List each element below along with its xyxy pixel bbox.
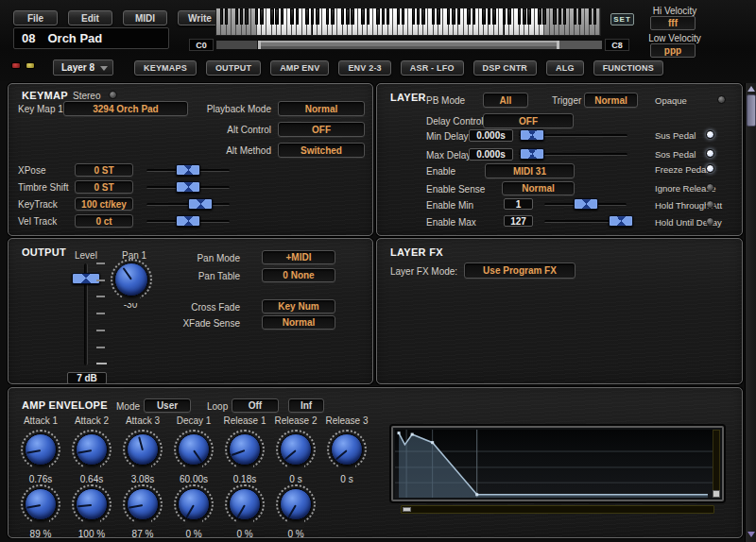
black-key[interactable] xyxy=(538,8,541,25)
slider-vel-track[interactable] xyxy=(146,220,230,223)
slider-value-xpose[interactable]: 0 ST xyxy=(75,163,133,177)
loop-off-button[interactable]: Off xyxy=(232,398,279,413)
envelope-plot[interactable] xyxy=(395,430,713,498)
black-key[interactable] xyxy=(275,8,279,25)
black-key[interactable] xyxy=(472,8,476,25)
tab-env-2-3[interactable]: ENV 2-3 xyxy=(338,60,390,76)
knob[interactable] xyxy=(71,483,112,525)
range-handle-high[interactable] xyxy=(557,41,559,49)
layerfx-mode-button[interactable]: Use Program FX xyxy=(464,263,576,279)
black-key[interactable] xyxy=(326,8,330,25)
black-key[interactable] xyxy=(376,8,380,25)
keyboard[interactable] xyxy=(215,8,601,36)
low-velocity-button[interactable]: ppp xyxy=(650,43,696,58)
black-key[interactable] xyxy=(361,8,365,25)
mode-button[interactable]: User xyxy=(144,398,191,413)
slider-value-vel-track[interactable]: 0 ct xyxy=(75,214,133,228)
enable-min-field[interactable]: 1 xyxy=(504,198,533,210)
black-key[interactable] xyxy=(296,8,300,25)
envelope-zoom-strip[interactable] xyxy=(713,430,720,498)
menu-button-file[interactable]: File xyxy=(13,10,58,25)
field-alt-method[interactable]: Switched xyxy=(278,143,365,158)
field-xfade-sense[interactable]: Normal xyxy=(262,315,335,330)
black-key[interactable] xyxy=(351,8,354,25)
key-range-slider[interactable] xyxy=(215,40,601,50)
field-alt-control[interactable]: OFF xyxy=(278,122,365,137)
max-delay-slider[interactable] xyxy=(519,153,627,156)
keymap-value-button[interactable]: 3294 Orch Pad xyxy=(63,101,188,116)
envelope-hscroll-handle[interactable] xyxy=(403,507,411,512)
slider-handle-timbre-shift[interactable] xyxy=(176,181,200,193)
envelope-graph[interactable] xyxy=(391,426,724,501)
slider-handle-vel-track[interactable] xyxy=(176,215,200,227)
black-key[interactable] xyxy=(281,8,284,25)
envelope-zoom-handle[interactable] xyxy=(713,490,720,498)
black-key[interactable] xyxy=(518,8,522,25)
black-key[interactable] xyxy=(589,8,593,25)
delay-control-button[interactable]: OFF xyxy=(483,113,574,128)
min-delay-handle[interactable] xyxy=(520,129,544,141)
switch-led-freeze-pedal[interactable] xyxy=(706,164,714,173)
black-key[interactable] xyxy=(578,8,582,25)
black-key[interactable] xyxy=(316,8,319,25)
black-key[interactable] xyxy=(412,8,416,25)
black-key[interactable] xyxy=(507,8,511,25)
range-right-segment[interactable] xyxy=(558,41,602,49)
scrollbar-thumb[interactable] xyxy=(747,94,756,127)
field-pan-mode[interactable]: +MIDI xyxy=(262,250,335,264)
tab-asr-lfo[interactable]: ASR - LFO xyxy=(401,60,464,76)
max-delay-field[interactable]: 0.000s xyxy=(469,148,513,161)
black-key[interactable] xyxy=(437,8,440,25)
tab-dsp-cntr[interactable]: DSP CNTR xyxy=(473,60,537,76)
slider-timbre-shift[interactable] xyxy=(146,186,230,189)
range-handle-low[interactable] xyxy=(258,41,261,49)
black-key[interactable] xyxy=(417,8,421,25)
black-key[interactable] xyxy=(467,8,471,25)
vertical-scrollbar[interactable] xyxy=(745,83,756,542)
knob[interactable] xyxy=(173,429,215,470)
min-delay-field[interactable]: 0.000s xyxy=(469,129,513,142)
black-key[interactable] xyxy=(457,8,461,25)
set-button[interactable]: SET xyxy=(610,13,634,25)
level-value-field[interactable]: 7 dB xyxy=(67,372,107,384)
enable-min-slider[interactable] xyxy=(544,203,627,206)
black-key[interactable] xyxy=(331,8,335,25)
knob[interactable] xyxy=(71,429,112,470)
switch-led-sos-pedal[interactable] xyxy=(706,149,714,158)
layer-select-dropdown[interactable]: Layer 8 xyxy=(53,59,113,76)
slider-handle-keytrack[interactable] xyxy=(188,198,213,210)
slider-value-keytrack[interactable]: 100 ct/key xyxy=(75,197,133,211)
black-key[interactable] xyxy=(432,8,436,25)
pb-mode-button[interactable]: All xyxy=(483,93,528,108)
knob[interactable] xyxy=(20,429,61,470)
black-key[interactable] xyxy=(527,8,531,25)
black-key[interactable] xyxy=(523,8,526,25)
black-key[interactable] xyxy=(452,8,455,25)
trigger-button[interactable]: Normal xyxy=(584,93,638,108)
field-cross-fade[interactable]: Key Num xyxy=(262,299,335,313)
black-key[interactable] xyxy=(563,8,567,25)
hi-velocity-button[interactable]: fff xyxy=(650,16,696,30)
black-key[interactable] xyxy=(558,8,562,25)
min-delay-slider[interactable] xyxy=(519,134,627,137)
program-display[interactable]: 08 Orch Pad xyxy=(13,27,169,49)
knob[interactable] xyxy=(224,483,266,525)
knob[interactable] xyxy=(224,429,266,470)
knob[interactable] xyxy=(173,483,215,525)
field-playback-mode[interactable]: Normal xyxy=(278,101,365,116)
black-key[interactable] xyxy=(402,8,405,25)
switch-led-ignore-release[interactable] xyxy=(706,183,714,192)
menu-button-edit[interactable]: Edit xyxy=(68,10,112,25)
knob[interactable] xyxy=(275,483,317,525)
tab-keymaps[interactable]: KEYMAPS xyxy=(134,60,197,76)
tab-amp-env[interactable]: AMP ENV xyxy=(270,60,329,76)
black-key[interactable] xyxy=(220,8,224,25)
black-key[interactable] xyxy=(346,8,350,25)
black-key[interactable] xyxy=(240,8,244,25)
black-key[interactable] xyxy=(387,8,390,25)
black-key[interactable] xyxy=(488,8,491,25)
enable-max-slider[interactable] xyxy=(544,220,627,223)
range-left-segment[interactable] xyxy=(216,41,258,49)
black-key[interactable] xyxy=(225,8,229,25)
scroll-down-icon[interactable] xyxy=(747,532,755,537)
